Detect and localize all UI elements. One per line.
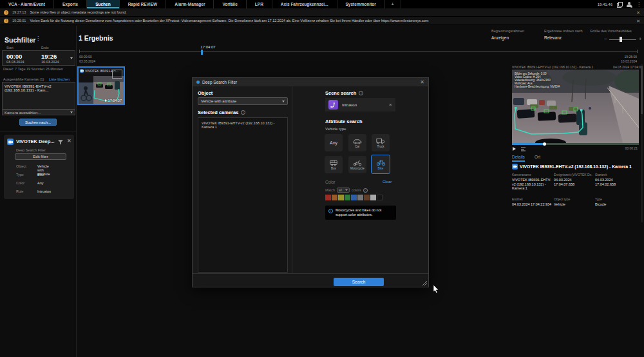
dialog-camera-item[interactable]: VIVOTEK IB9391-EHTV-v2 (192.168.10.132) … (202, 121, 284, 129)
time-range-picker[interactable]: Start Ende 00:00 19:26 03.03.2024 10.03.… (2, 50, 75, 66)
minus-icon[interactable]: − (604, 37, 607, 41)
results-count-title: 1 Ergebnis (79, 34, 113, 42)
camera-select-dropdown[interactable]: Kamera auswählen... (2, 110, 75, 115)
close-icon[interactable]: ✕ (636, 19, 640, 23)
tab-suchen[interactable]: Suchen (87, 0, 119, 8)
field-label: Rule (16, 189, 23, 193)
motorcycle-icon (353, 159, 362, 166)
timeline-marker[interactable] (201, 50, 203, 55)
detail-field: Object type Vehicle (554, 197, 592, 207)
remove-scene-icon[interactable]: ✕ (389, 102, 392, 107)
vehicle-type-any[interactable]: Any (325, 134, 343, 151)
color-swatch-orange[interactable] (332, 195, 337, 200)
tab-lpr[interactable]: LPR (247, 0, 272, 8)
intrusion-icon (328, 100, 338, 110)
play-icon[interactable] (513, 147, 516, 151)
edit-filter-label: Edit filter (33, 155, 48, 159)
sidebar-divider (0, 131, 76, 131)
playback-handle[interactable] (543, 142, 546, 146)
clear-colors-link[interactable]: Clear (383, 180, 392, 184)
duration-text: Dauer: 7 Tage 19 Stunden 26 Minuten (3, 67, 63, 71)
color-swatch-yellow[interactable] (338, 195, 344, 200)
start-time: 00:00 (6, 53, 22, 60)
color-swatch-blue[interactable] (351, 195, 357, 200)
start-label: Start (6, 46, 14, 50)
edit-filter-button[interactable]: Edit filter (15, 153, 66, 160)
resize-grip[interactable] (422, 281, 427, 285)
sort-by-label: Ergebnisse ordnen nach (544, 29, 583, 33)
more-options-icon[interactable]: ⋮ (636, 2, 641, 7)
dialog-titlebar[interactable]: Deep Search Filter ✕ (193, 78, 428, 86)
vehicle-type-label: Any (330, 140, 337, 145)
playback-progress-track[interactable] (512, 143, 639, 145)
tab-vca-alarm-event[interactable]: VCA - Alarm/Event (0, 0, 54, 8)
match-mode-dropdown[interactable]: all (337, 188, 350, 193)
thumbnail-hover-box[interactable] (112, 70, 122, 79)
selected-cameras-label: Selected cameras (198, 110, 238, 115)
preview-panel: VIVOTEK IB9391-EHTV-v2 (192.168.10.132) … (510, 62, 644, 223)
playback-mode-icon[interactable] (520, 147, 526, 151)
color-swatch-green[interactable] (345, 195, 350, 200)
filter-funnel-icon[interactable] (58, 140, 63, 145)
windows-layout-icon[interactable] (617, 2, 622, 7)
thumbnail-size-slider[interactable]: − + (604, 37, 641, 42)
plus-icon[interactable]: + (639, 37, 641, 41)
color-swatch-gray[interactable] (357, 195, 363, 200)
tab-rapid-review[interactable]: Rapid REVIEW (120, 0, 167, 8)
detail-heading-row: VIVOTEK IB9391-EHTV-v2 (192.168.10.132) … (512, 164, 641, 169)
detail-field: Kameraname VIVOTEK IB9391-EHTV-v2 (192.1… (512, 173, 552, 191)
user-profile-icon[interactable] (627, 2, 632, 7)
field-label: Kameraname (512, 173, 552, 177)
result-thumbnail[interactable]: VIVOTEK IB9391-EH... 17:04:07 (77, 66, 125, 105)
close-icon[interactable]: ✕ (636, 10, 640, 15)
search-button[interactable]: Search (334, 278, 384, 286)
vehicle-type-bike[interactable]: Bike (371, 155, 390, 174)
elapsed-time: 00:00:21 (607, 146, 638, 150)
detail-field: Ereigniszeit (VIVOTEK De... 04.03.2024 1… (554, 173, 592, 186)
field-label: Endzeit (512, 197, 552, 201)
bounding-box-dropdown[interactable]: Anzeigen (491, 35, 509, 40)
tab-axis-fahrzeugkennzeichen[interactable]: Axis Fahrzeugkennzei... (272, 0, 337, 8)
vehicle-type-truck[interactable]: Truck (372, 134, 390, 151)
match-label: Match (325, 188, 335, 192)
field-value: Vehicle (554, 202, 592, 207)
close-icon[interactable]: ✕ (420, 80, 424, 84)
tab-exporte[interactable]: Exporte (54, 0, 87, 8)
field-value: Bicycle (595, 202, 634, 207)
online-status-dot (630, 6, 632, 8)
scene-search-row: Scene search (325, 90, 363, 96)
sort-by-dropdown[interactable]: Relevanz (544, 35, 562, 40)
color-swatch-black[interactable] (377, 195, 383, 200)
slider-track[interactable] (609, 39, 636, 40)
search-for-button[interactable]: Suchen nach... (19, 119, 57, 126)
camera-list-item[interactable]: VIVOTEK IB9391-EHTV-v2 (192.168.10.132) … (5, 84, 73, 92)
color-swatch-silver[interactable] (370, 195, 376, 200)
close-icon[interactable]: ✕ (67, 139, 71, 143)
end-time: 19:26 (41, 53, 57, 60)
vehicle-type-bus[interactable]: Bus (325, 156, 343, 173)
camera-icon (512, 164, 518, 169)
tab-alarm-manager[interactable]: Alarm-Manager (166, 0, 214, 8)
video-frame[interactable]: Bilder pro Sekunde: 0,00 Video-Codec: H.… (512, 70, 639, 143)
timeline-track[interactable] (79, 52, 638, 52)
scrollbar-thumb[interactable] (641, 66, 643, 114)
panel-scrollbar[interactable] (641, 64, 643, 222)
vehicle-type-car[interactable]: Car (348, 134, 366, 151)
tab-systemmonitor[interactable]: Systemmonitor (337, 0, 385, 8)
match-colors-row: Match all colors (325, 188, 368, 193)
vehicle-type-motorcycle[interactable]: Motorcycle (348, 156, 366, 173)
tab-ort[interactable]: Ort (535, 155, 540, 159)
tab-vorfaelle[interactable]: Vorfälle (214, 0, 246, 8)
tab-label: LPR (255, 2, 263, 6)
panel-subtitle: Deep Search Filter (16, 148, 46, 152)
object-dropdown[interactable]: Vehicle with attribute (198, 97, 288, 105)
filter-menu-icon[interactable]: ⋮ (35, 36, 41, 41)
clear-list-link[interactable]: Liste löschen (49, 77, 70, 81)
tab-details[interactable]: Details (512, 155, 525, 162)
tab-label: Alarm-Manager (175, 2, 205, 6)
color-swatch-brown[interactable] (364, 195, 370, 200)
color-swatch-red[interactable] (325, 195, 331, 200)
stream-info-overlay: Bilder pro Sekunde: 0,00 Video-Codec: H.… (515, 72, 560, 88)
add-tab-button[interactable]: + (385, 0, 401, 8)
slider-handle[interactable] (620, 37, 622, 42)
